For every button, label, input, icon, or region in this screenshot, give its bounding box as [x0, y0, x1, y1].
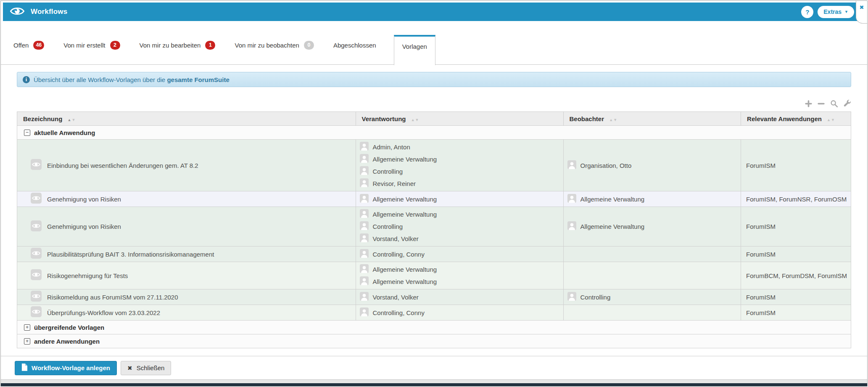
group-label: andere Anwendungen — [34, 338, 100, 345]
table-row[interactable]: Genehmigung von RisikenAllgemeine Verwal… — [17, 191, 851, 207]
verantwortung-cell: Vorstand, Volker — [356, 289, 563, 305]
person-icon — [360, 178, 369, 189]
beobachter-cell: Controlling — [563, 289, 741, 305]
column-header-relevante-anwendungen[interactable]: Relevante Anwendungen ▲▼ — [741, 112, 851, 126]
tab-label: Von mir erstellt — [63, 42, 105, 49]
workflow-name: Risikomeldung aus ForumISM vom 27.11.202… — [47, 294, 178, 301]
tab-von-mir-zu-bearbeiten[interactable]: Von mir zu bearbeiten 1 — [138, 35, 217, 55]
info-banner: i Übersicht über alle Workflow-Vorlagen … — [17, 72, 851, 87]
person-icon — [567, 221, 576, 232]
tab-vorlagen[interactable]: Vorlagen — [394, 35, 435, 65]
bezeichnung-cell: Risikogenehmigung für Tests — [17, 262, 356, 289]
workflows-window: Workflows ? Extras ▼ ✖ Offen 46 Von mir … — [0, 0, 868, 387]
count-badge: 1 — [205, 41, 215, 50]
workflow-name: Einbindung bei wesentlichen Änderungen g… — [47, 162, 198, 169]
workflow-name: Überprüfungs-Workflow vom 23.03.2022 — [47, 309, 160, 316]
person-name: Controlling, Conny — [373, 251, 425, 258]
person-entry: Allgemeine Verwaltung — [360, 193, 560, 205]
verantwortung-cell: Allgemeine VerwaltungAllgemeine Verwaltu… — [356, 262, 563, 289]
tab-von-mir-erstellt[interactable]: Von mir erstellt 2 — [62, 35, 121, 55]
person-icon — [360, 209, 369, 220]
column-label: Bezeichnung — [23, 115, 62, 122]
create-template-button[interactable]: Workflow-Vorlage anlegen — [15, 361, 117, 375]
verantwortung-cell: Controlling, Conny — [356, 305, 563, 321]
person-name: Controlling — [373, 168, 403, 175]
help-button[interactable]: ? — [801, 6, 813, 18]
sort-icons: ▲▼ — [411, 118, 419, 122]
group-row[interactable]: +andere Anwendungen — [17, 334, 851, 348]
person-entry: Controlling — [360, 220, 560, 233]
count-badge: 0 — [304, 41, 314, 50]
person-icon — [567, 194, 576, 204]
person-icon — [567, 292, 576, 302]
beobachter-cell: Allgemeine Verwaltung — [563, 207, 741, 247]
bezeichnung-cell: Einbindung bei wesentlichen Änderungen g… — [17, 140, 356, 191]
close-button[interactable]: ✖ Schließen — [121, 361, 171, 375]
relevante-anwendungen-cell: ForumBCM, ForumDSM, ForumISM — [741, 262, 851, 289]
workflow-eye-icon — [31, 159, 42, 172]
titlebar: Workflows ? Extras ▼ — [3, 3, 862, 21]
info-text-bold: gesamte ForumSuite — [167, 76, 229, 83]
person-entry: Allgemeine Verwaltung — [360, 153, 560, 165]
count-badge: 46 — [33, 41, 44, 50]
table-row[interactable]: Risikomeldung aus ForumISM vom 27.11.202… — [17, 289, 851, 305]
wrench-icon[interactable] — [844, 100, 851, 107]
footer-bar: Workflow-Vorlage anlegen ✖ Schließen — [1, 356, 867, 379]
workflow-name: Plausibilitätsprüfung BAIT 3. Informatio… — [47, 251, 214, 258]
table-row[interactable]: Risikogenehmigung für TestsAllgemeine Ve… — [17, 262, 851, 289]
tab-offen[interactable]: Offen 46 — [12, 35, 46, 55]
workflow-name: Risikogenehmigung für Tests — [47, 272, 128, 279]
person-name: Admin, Anton — [373, 143, 410, 151]
group-label: aktuelle Anwendung — [34, 129, 95, 136]
collapse-icon[interactable]: − — [24, 130, 30, 136]
person-name: Allgemeine Verwaltung — [373, 211, 437, 218]
verantwortung-cell: Admin, AntonAllgemeine VerwaltungControl… — [356, 140, 563, 191]
verantwortung-cell: Allgemeine Verwaltung — [356, 191, 563, 207]
search-icon[interactable] — [830, 100, 838, 108]
table-row[interactable]: Plausibilitätsprüfung BAIT 3. Informatio… — [17, 247, 851, 262]
person-icon — [360, 194, 369, 204]
person-icon — [360, 264, 369, 275]
column-header-beobachter[interactable]: Beobachter ▲▼ — [563, 112, 741, 126]
relevante-anwendungen-cell: ForumISM — [741, 289, 851, 305]
workflow-eye-icon — [31, 193, 42, 205]
info-text: Übersicht über alle Workflow-Vorlagen üb… — [34, 76, 167, 83]
tab-label: Abgeschlossen — [333, 42, 376, 49]
bezeichnung-cell: Risikomeldung aus ForumISM vom 27.11.202… — [17, 289, 356, 305]
workflow-eye-icon — [31, 291, 42, 303]
person-name: Allgemeine Verwaltung — [373, 266, 437, 273]
person-entry: Allgemeine Verwaltung — [360, 208, 560, 220]
person-icon — [360, 166, 369, 177]
plus-icon[interactable] — [805, 100, 812, 107]
table-row[interactable]: Einbindung bei wesentlichen Änderungen g… — [17, 140, 851, 191]
expand-icon[interactable]: + — [24, 338, 30, 345]
person-entry: Controlling, Conny — [360, 307, 560, 319]
workflow-eye-icon — [31, 248, 42, 260]
workflow-eye-icon — [31, 220, 42, 233]
sort-icons: ▲▼ — [609, 118, 617, 122]
relevante-anwendungen-cell: ForumISM — [741, 305, 851, 321]
expand-icon[interactable]: + — [24, 324, 30, 331]
person-name: Allgemeine Verwaltung — [373, 156, 437, 163]
table-header-row: Bezeichnung ▲▼ Verantwortung ▲▼ Beobacht… — [17, 112, 851, 126]
group-row[interactable]: +übergreifende Vorlagen — [17, 321, 851, 334]
person-icon — [360, 142, 369, 152]
column-header-verantwortung[interactable]: Verantwortung ▲▼ — [356, 112, 563, 126]
tab-abgeschlossen[interactable]: Abgeschlossen — [332, 35, 378, 55]
extras-button[interactable]: Extras ▼ — [818, 6, 854, 18]
table-row[interactable]: Genehmigung von RisikenAllgemeine Verwal… — [17, 207, 851, 247]
beobachter-cell: Organisation, Otto — [563, 140, 741, 191]
table-row[interactable]: Überprüfungs-Workflow vom 23.03.2022Cont… — [17, 305, 851, 321]
person-entry: Allgemeine Verwaltung — [567, 193, 738, 205]
group-row[interactable]: −aktuelle Anwendung — [17, 126, 851, 140]
person-entry: Controlling — [567, 291, 738, 303]
tab-von-mir-zu-beobachten[interactable]: Von mir zu beobachten 0 — [233, 35, 315, 55]
tab-label: Von mir zu bearbeiten — [140, 42, 201, 49]
column-header-bezeichnung[interactable]: Bezeichnung ▲▼ — [17, 112, 356, 126]
window-close-button[interactable]: ✖ — [856, 1, 867, 24]
verantwortung-cell: Allgemeine VerwaltungControllingVorstand… — [356, 207, 563, 247]
person-name: Revisor, Reiner — [373, 180, 416, 187]
templates-table: Bezeichnung ▲▼ Verantwortung ▲▼ Beobacht… — [17, 111, 851, 348]
document-icon — [21, 363, 27, 372]
minus-icon[interactable] — [818, 100, 825, 107]
